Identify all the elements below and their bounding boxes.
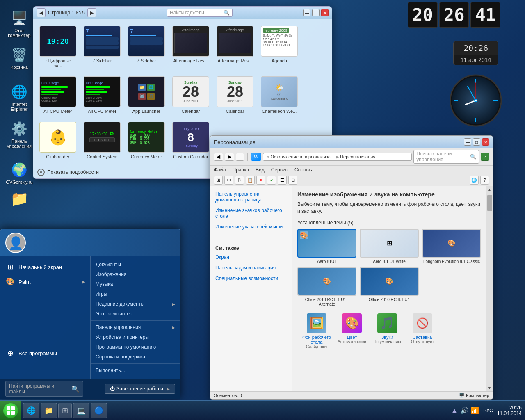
start-item-start-screen[interactable]: ⊞ Начальный экран bbox=[0, 260, 90, 274]
toolbar2-delete[interactable]: ✕ bbox=[256, 176, 265, 185]
menu-help[interactable]: Справка bbox=[294, 167, 314, 173]
desktop-folder[interactable]: 📁 bbox=[9, 189, 30, 209]
start-right-run[interactable]: Выполнить... bbox=[91, 365, 180, 375]
minimize-button[interactable]: — bbox=[303, 9, 310, 16]
taskbar-explorer[interactable]: 📁 bbox=[41, 403, 57, 418]
desktop-icon-control[interactable]: ⚙️ Панель управления bbox=[5, 119, 34, 150]
persona-panel-home[interactable]: Панель управления —домашняя страница bbox=[215, 191, 287, 203]
gadget-calendar1[interactable]: Sunday 28 June 2011 Calendar bbox=[170, 74, 211, 116]
tray-network[interactable]: 📶 bbox=[471, 406, 479, 414]
toolbar2-cut[interactable]: ✂ bbox=[224, 176, 233, 185]
theme-office-alt[interactable]: 🎨 Office 2010 RC 8.1 U1 - Alternate bbox=[297, 267, 356, 306]
gadget-calendar2[interactable]: Sunday 28 June 2011 Calendar bbox=[215, 74, 256, 116]
gadget-afterimage2[interactable]: Afterimage Afterimage Res... bbox=[215, 23, 256, 71]
start-right-help[interactable]: Справка и поддержка bbox=[91, 352, 180, 362]
tray-volume[interactable]: 🔊 bbox=[460, 406, 468, 414]
scroll-thumb[interactable] bbox=[487, 195, 492, 211]
bottom-color[interactable]: 🎨 Цвет Автоматически bbox=[338, 313, 366, 349]
gadget-custom-calendar[interactable]: July 2010 8 Thursday Custom Calendar bbox=[170, 119, 211, 162]
start-right-documents[interactable]: Документы bbox=[91, 260, 180, 269]
start-button[interactable] bbox=[0, 401, 21, 420]
gadget-app-launcher[interactable]: 📁 🌐 ⚙️ 🎵 App Launcher bbox=[126, 74, 167, 116]
persona-address[interactable]: « Оформление и персонализа... ▶ Персонал… bbox=[263, 153, 412, 161]
gadget-cpu1[interactable]: CPU Usage Core 0: 45% Core 1: 32% All CP… bbox=[37, 74, 78, 116]
scroll-up[interactable]: ▲ bbox=[486, 186, 493, 193]
start-right-images[interactable]: Изображения bbox=[91, 269, 180, 279]
gadget-afterimage1[interactable]: Afterimage Afterimage Res... bbox=[170, 23, 211, 71]
menu-edit[interactable]: Правка bbox=[233, 167, 249, 173]
persona-back[interactable]: ◀ bbox=[214, 153, 223, 161]
nav-next[interactable]: ▶ bbox=[87, 8, 96, 17]
tray-expand[interactable]: ▲ bbox=[451, 407, 458, 414]
gadgets-titlebar: ◀ Страница 1 из 5 ▶ Найти гаджеты 🔍 — □ … bbox=[33, 7, 332, 19]
nav-prev[interactable]: ◀ bbox=[37, 8, 46, 17]
theme-office[interactable]: 🎨 Office 2010 RC 8.1 U1 bbox=[360, 267, 419, 306]
menu-view[interactable]: Вид bbox=[256, 167, 265, 173]
start-search-box[interactable]: Найти программы и файлы 🔍 bbox=[5, 381, 83, 397]
toolbar2-paste[interactable]: 📋 bbox=[246, 176, 255, 185]
gadget-thumb-sidebar1: 7 bbox=[84, 26, 121, 57]
gadget-agenda[interactable]: february 2009 SuMoTuWeThFrSa 1 2 3 4 5 6… bbox=[259, 23, 300, 71]
desktop-icon-ovgorskiy[interactable]: 🌍 OVGorskiy.ru bbox=[5, 160, 34, 186]
bottom-sounds[interactable]: 🎵 Звуки По умолчанию bbox=[373, 313, 402, 349]
desktop-icon-computer[interactable]: 🖥️ Этот компьютер bbox=[5, 8, 34, 39]
scroll-down[interactable]: ▼ bbox=[486, 384, 493, 391]
restore-button[interactable]: □ bbox=[312, 9, 320, 16]
start-item-paint[interactable]: 🎨 Paint ▶ bbox=[0, 274, 90, 289]
toolbar2-network[interactable]: 🌐 bbox=[470, 176, 479, 185]
persona-help[interactable]: ? bbox=[481, 153, 489, 161]
start-right-control-panel[interactable]: Панель управления ▶ bbox=[91, 322, 180, 332]
persona-screen[interactable]: Экран bbox=[215, 254, 287, 260]
theme-longhorn[interactable]: 🎨 Longhorn Evolution 8.1 Classic bbox=[422, 229, 481, 264]
toolbar2-organize[interactable]: ⊞ bbox=[214, 176, 223, 185]
gadget-cpu2[interactable]: CPU Usage Core 0: 38% Core 1: 28% All CP… bbox=[82, 74, 123, 116]
taskbar-cmd[interactable]: 💻 bbox=[73, 403, 89, 418]
desktop-icon-recycle[interactable]: 🗑️ Корзина bbox=[5, 45, 34, 71]
shutdown-button[interactable]: ⏻ Завершение работы ▶ bbox=[105, 384, 175, 394]
start-right-games[interactable]: Игры bbox=[91, 289, 180, 299]
close-button[interactable]: ✕ bbox=[321, 9, 329, 16]
gadget-7sidebar2[interactable]: 7 7 Sidebar bbox=[126, 23, 167, 71]
gadget-7sidebar1[interactable]: 7 7 Sidebar bbox=[82, 23, 123, 71]
gadget-clipboarder[interactable]: 👶 Clipboarder bbox=[37, 119, 78, 162]
persona-minimize[interactable]: — bbox=[464, 138, 471, 146]
persona-close[interactable]: ✕ bbox=[482, 138, 489, 146]
toolbar2-question[interactable]: ? bbox=[480, 176, 489, 185]
start-item-all-programs[interactable]: ⊕ Все программы bbox=[0, 346, 90, 361]
gadget-currency-meter[interactable]: Currency Meter USD: 1.000 EUR: 0.721 GBP… bbox=[126, 119, 167, 162]
persona-search[interactable]: Поиск в панели управления 🔍 bbox=[413, 150, 479, 164]
menu-service[interactable]: Сервис bbox=[271, 167, 288, 173]
persona-forward[interactable]: ▶ bbox=[225, 153, 234, 161]
tray-language[interactable]: РУС bbox=[482, 408, 495, 413]
gadget-control-system[interactable]: 12:03:30 PM LOCK OFF Control System bbox=[82, 119, 123, 162]
taskbar-windows[interactable]: ⊞ bbox=[58, 403, 72, 418]
show-details-toggle[interactable]: ▼ bbox=[37, 169, 45, 176]
persona-restore[interactable]: □ bbox=[473, 138, 480, 146]
desktop-icon-ie[interactable]: 🌐 Internet Explorer bbox=[5, 82, 34, 113]
theme-aero81u1[interactable]: 🎨 Aero 81U1 bbox=[297, 229, 356, 264]
toolbar2-copy[interactable]: ⎘ bbox=[235, 176, 244, 185]
toolbar2-views[interactable]: ⊟ bbox=[288, 176, 297, 185]
persona-change-icons[interactable]: Изменение значков рабочего стола bbox=[215, 208, 287, 219]
persona-change-cursor[interactable]: Изменение указателей мыши bbox=[215, 224, 287, 230]
start-right-default-programs[interactable]: Программы по умолчанию bbox=[91, 342, 180, 352]
persona-up[interactable]: ↑ bbox=[236, 153, 244, 161]
taskbar-ie[interactable]: 🌐 bbox=[23, 403, 39, 418]
start-right-devices[interactable]: Устройства и принтеры bbox=[91, 332, 180, 342]
persona-scrollbar[interactable]: ▲ ▼ bbox=[486, 186, 493, 391]
gadgets-search[interactable]: Найти гаджеты 🔍 bbox=[167, 9, 233, 17]
start-right-music[interactable]: Музыка bbox=[91, 279, 180, 289]
start-right-recent[interactable]: Недавние документы ▶ bbox=[91, 299, 180, 309]
menu-file[interactable]: Файл bbox=[214, 167, 226, 173]
gadget-chameleon[interactable]: 🌤️ 0° Langemark Chameleon We... bbox=[259, 74, 300, 116]
bottom-wallpaper[interactable]: 🖼️ Фон рабочего стола Слайд-шоу bbox=[302, 313, 331, 349]
gadget-digital-clock[interactable]: 19:20 .: Цифровые ча... bbox=[37, 23, 78, 71]
persona-taskbar[interactable]: Панель задач и навигация bbox=[215, 265, 287, 271]
taskbar-browser[interactable]: 🔵 bbox=[91, 403, 107, 418]
start-right-computer[interactable]: Этот компьютер bbox=[91, 309, 180, 319]
persona-accessibility[interactable]: Специальные возможности bbox=[215, 276, 287, 281]
bottom-screensaver[interactable]: 🚫 Заставка Отсутствует bbox=[408, 313, 437, 349]
theme-aero81-white[interactable]: ⊞ Aero 8.1 U1 white bbox=[360, 229, 419, 264]
toolbar2-ok[interactable]: ✓ bbox=[267, 176, 276, 185]
toolbar2-properties[interactable]: ☰ bbox=[278, 176, 287, 185]
